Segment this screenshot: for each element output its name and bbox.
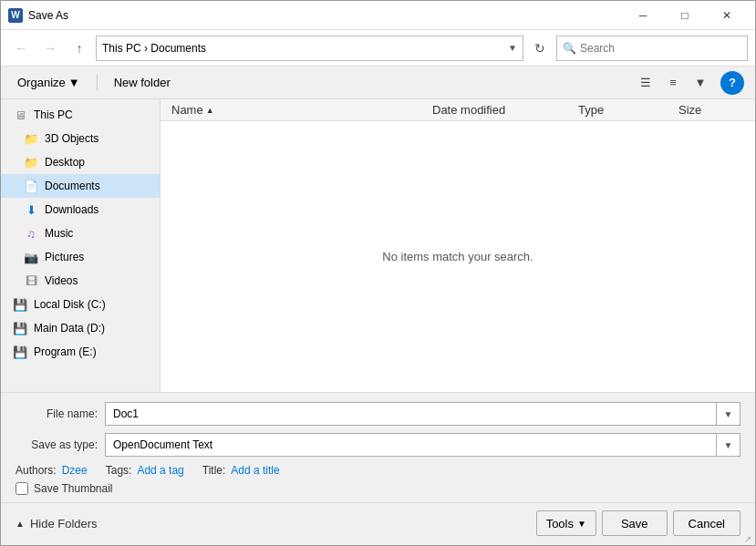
view-details-button[interactable]: ≡ <box>660 71 686 95</box>
authors-group: Authors: Dzee <box>16 464 88 477</box>
window-controls: ─ □ ✕ <box>622 1 748 30</box>
empty-message: No items match your search. <box>161 121 755 392</box>
forward-button[interactable]: → <box>37 36 63 61</box>
footer-buttons: Tools ▼ Save Cancel <box>536 510 740 536</box>
col-type[interactable]: Type <box>575 103 675 117</box>
col-date[interactable]: Date modified <box>429 103 575 117</box>
view-dropdown-button[interactable]: ▼ <box>688 71 713 95</box>
sidebar-item-this-pc[interactable]: 🖥 This PC <box>1 103 160 127</box>
sidebar-label-program: Program (E:) <box>34 345 97 358</box>
maximize-button[interactable]: □ <box>664 1 706 30</box>
footer-row: ▲ Hide Folders Tools ▼ Save Cancel <box>1 502 755 545</box>
save-type-input[interactable] <box>105 433 717 457</box>
sidebar-label-pictures: Pictures <box>45 251 84 263</box>
sidebar-label-documents: Documents <box>45 180 100 192</box>
thumbnail-label[interactable]: Save Thumbnail <box>34 482 113 495</box>
tools-button[interactable]: Tools ▼ <box>536 510 596 536</box>
tools-chevron-icon: ▼ <box>577 519 586 529</box>
form-area: File name: ▼ Save as type: ▼ Authors: Dz… <box>1 392 755 502</box>
file-name-dropdown-button[interactable]: ▼ <box>717 402 740 426</box>
sidebar-label-local-disk: Local Disk (C:) <box>34 298 106 311</box>
save-button[interactable]: Save <box>602 510 668 536</box>
sidebar-item-documents[interactable]: 📄 Documents <box>1 174 160 198</box>
back-button[interactable]: ← <box>8 36 34 61</box>
sidebar-item-3d-objects[interactable]: 📁 3D Objects <box>1 127 160 150</box>
new-folder-label: New folder <box>114 76 171 89</box>
sidebar-item-local-disk[interactable]: 💾 Local Disk (C:) <box>1 293 160 316</box>
col-size-label: Size <box>678 103 701 117</box>
sidebar-item-music[interactable]: ♫ Music <box>1 221 160 245</box>
file-name-input-container: ▼ <box>105 402 740 426</box>
title-meta-label: Title: <box>202 464 226 477</box>
sidebar-item-downloads[interactable]: ⬇ Downloads <box>1 198 160 221</box>
up-button[interactable]: ↑ <box>67 36 92 61</box>
save-type-label: Save as type: <box>16 438 98 451</box>
content-area: Name ▲ Date modified Type Size No items … <box>161 99 755 392</box>
sidebar-item-program[interactable]: 💾 Program (E:) <box>1 340 160 364</box>
new-folder-button[interactable]: New folder <box>109 71 176 95</box>
folder-icon-desktop: 📁 <box>23 154 39 170</box>
column-headers: Name ▲ Date modified Type Size <box>161 99 755 121</box>
tags-value[interactable]: Add a tag <box>137 464 183 477</box>
authors-label: Authors: <box>16 464 57 477</box>
sidebar-item-main-data[interactable]: 💾 Main Data (D:) <box>1 316 160 340</box>
sidebar: 🖥 This PC 📁 3D Objects 📁 Desktop 📄 Docum… <box>1 99 161 392</box>
cancel-button[interactable]: Cancel <box>673 510 740 536</box>
thumbnail-row: Save Thumbnail <box>16 482 740 495</box>
address-bar[interactable]: This PC › Documents ▼ <box>96 36 523 61</box>
organize-button[interactable]: Organize ▼ <box>12 71 86 95</box>
tags-group: Tags: Add a tag <box>106 464 184 477</box>
hide-folders-chevron-icon: ▲ <box>16 519 25 529</box>
action-separator <box>97 75 98 91</box>
view-list-button[interactable]: ☰ <box>633 71 658 95</box>
action-bar: Organize ▼ New folder ☰ ≡ ▼ ? <box>1 67 755 99</box>
refresh-button[interactable]: ↻ <box>527 36 553 61</box>
authors-value[interactable]: Dzee <box>62 464 88 477</box>
folder-icon-3dobjects: 📁 <box>23 130 39 147</box>
col-type-label: Type <box>578 103 604 117</box>
pictures-icon: 📷 <box>23 249 39 265</box>
search-icon: 🔍 <box>563 42 576 55</box>
file-name-input[interactable] <box>105 402 717 426</box>
disk-icon-e: 💾 <box>12 344 28 360</box>
search-input[interactable] <box>580 42 741 55</box>
sidebar-item-videos[interactable]: 🎞 Videos <box>1 269 160 293</box>
save-type-dropdown-button[interactable]: ▼ <box>717 433 740 457</box>
hide-folders-label: Hide Folders <box>30 517 98 531</box>
address-toolbar: ← → ↑ This PC › Documents ▼ ↻ 🔍 <box>1 30 755 67</box>
tags-label: Tags: <box>106 464 132 477</box>
address-chevron-icon: ▼ <box>508 43 517 53</box>
tools-label: Tools <box>546 517 574 531</box>
sidebar-label-desktop: Desktop <box>45 156 85 169</box>
sidebar-label-this-pc: This PC <box>34 108 73 121</box>
thumbnail-checkbox[interactable] <box>16 482 28 495</box>
hide-folders-button[interactable]: ▲ Hide Folders <box>16 517 98 531</box>
organize-label: Organize <box>17 76 66 89</box>
disk-icon-c: 💾 <box>12 296 28 313</box>
help-button[interactable]: ? <box>720 71 744 95</box>
pc-icon: 🖥 <box>12 107 28 123</box>
sort-icon: ▲ <box>206 106 214 115</box>
organize-chevron-icon: ▼ <box>68 76 80 89</box>
main-area: 🖥 This PC 📁 3D Objects 📁 Desktop 📄 Docum… <box>1 99 755 392</box>
resize-handle[interactable]: ↗ <box>744 534 753 543</box>
videos-icon: 🎞 <box>23 273 39 289</box>
word-icon: W <box>8 8 23 23</box>
close-button[interactable]: ✕ <box>706 1 748 30</box>
sidebar-label-music: Music <box>45 227 73 240</box>
title-meta-value[interactable]: Add a title <box>231 464 279 477</box>
search-box: 🔍 <box>556 36 748 61</box>
save-type-input-container: ▼ <box>105 433 740 457</box>
dialog-title: Save As <box>28 9 622 22</box>
disk-icon-d: 💾 <box>12 320 28 336</box>
minimize-button[interactable]: ─ <box>622 1 664 30</box>
sidebar-item-desktop[interactable]: 📁 Desktop <box>1 150 160 174</box>
title-group: Title: Add a title <box>202 464 280 477</box>
sidebar-item-pictures[interactable]: 📷 Pictures <box>1 245 160 269</box>
col-name[interactable]: Name ▲ <box>168 103 429 117</box>
sidebar-label-main-data: Main Data (D:) <box>34 322 105 335</box>
sidebar-label-videos: Videos <box>45 274 78 287</box>
col-size[interactable]: Size <box>675 103 748 117</box>
save-as-dialog: W Save As ─ □ ✕ ← → ↑ This PC › Document… <box>0 0 756 546</box>
sidebar-label-3d-objects: 3D Objects <box>45 132 98 145</box>
